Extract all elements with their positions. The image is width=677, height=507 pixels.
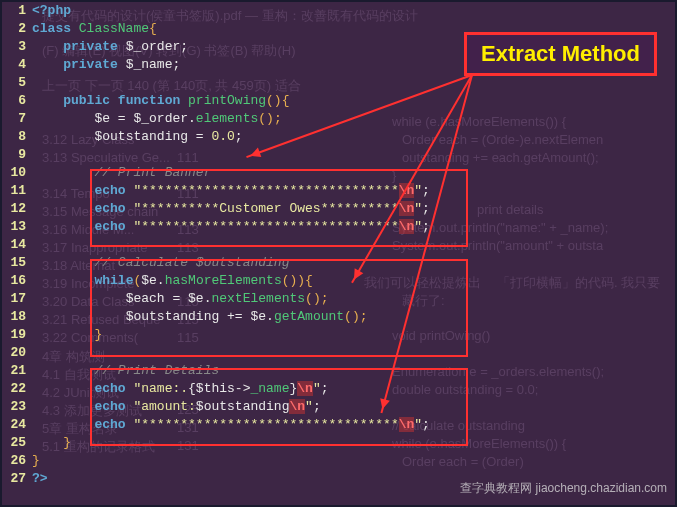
code-line[interactable]: echo "**********Customer Owes**********\… bbox=[32, 200, 675, 218]
code-line[interactable]: // Print Details bbox=[32, 362, 675, 380]
line-number: 24 bbox=[2, 416, 32, 434]
line-number: 10 bbox=[2, 164, 32, 182]
line-number: 16 bbox=[2, 272, 32, 290]
line-number: 18 bbox=[2, 308, 32, 326]
watermark: 查字典教程网 jiaocheng.chazidian.com bbox=[460, 480, 667, 497]
line-number: 1 bbox=[2, 2, 32, 20]
line-number: 3 bbox=[2, 38, 32, 56]
line-number: 20 bbox=[2, 344, 32, 362]
code-line[interactable]: echo "name:.{$this->_name}\n"; bbox=[32, 380, 675, 398]
line-number: 22 bbox=[2, 380, 32, 398]
line-number: 8 bbox=[2, 128, 32, 146]
line-number: 14 bbox=[2, 236, 32, 254]
code-line[interactable]: echo "*********************************\… bbox=[32, 182, 675, 200]
code-line[interactable]: echo "*********************************\… bbox=[32, 416, 675, 434]
extract-method-label: Extract Method bbox=[464, 32, 657, 76]
line-number: 6 bbox=[2, 92, 32, 110]
code-line[interactable]: } bbox=[32, 452, 675, 470]
line-number: 25 bbox=[2, 434, 32, 452]
line-number-gutter: 1234567891011121314151617181920212223242… bbox=[2, 2, 32, 505]
code-line[interactable]: echo "*********************************\… bbox=[32, 218, 675, 236]
line-number: 2 bbox=[2, 20, 32, 38]
line-number: 21 bbox=[2, 362, 32, 380]
line-number: 19 bbox=[2, 326, 32, 344]
code-line[interactable]: $outstanding = 0.0; bbox=[32, 128, 675, 146]
code-line[interactable]: // Print Banner bbox=[32, 164, 675, 182]
line-number: 23 bbox=[2, 398, 32, 416]
code-line[interactable] bbox=[32, 344, 675, 362]
line-number: 13 bbox=[2, 218, 32, 236]
line-number: 9 bbox=[2, 146, 32, 164]
line-number: 12 bbox=[2, 200, 32, 218]
code-line[interactable]: echo "amount:$outstanding\n"; bbox=[32, 398, 675, 416]
code-line[interactable]: } bbox=[32, 326, 675, 344]
code-line[interactable]: $outstanding += $e.getAmount(); bbox=[32, 308, 675, 326]
line-number: 5 bbox=[2, 74, 32, 92]
line-number: 4 bbox=[2, 56, 32, 74]
line-number: 11 bbox=[2, 182, 32, 200]
line-number: 26 bbox=[2, 452, 32, 470]
code-line[interactable]: $each = $e.nextElements(); bbox=[32, 290, 675, 308]
code-line[interactable] bbox=[32, 146, 675, 164]
code-line[interactable] bbox=[32, 236, 675, 254]
code-line[interactable]: <?php bbox=[32, 2, 675, 20]
line-number: 17 bbox=[2, 290, 32, 308]
code-line[interactable]: } bbox=[32, 434, 675, 452]
line-number: 27 bbox=[2, 470, 32, 488]
code-line[interactable] bbox=[32, 74, 675, 92]
code-line[interactable]: public function printOwing(){ bbox=[32, 92, 675, 110]
line-number: 7 bbox=[2, 110, 32, 128]
line-number: 15 bbox=[2, 254, 32, 272]
